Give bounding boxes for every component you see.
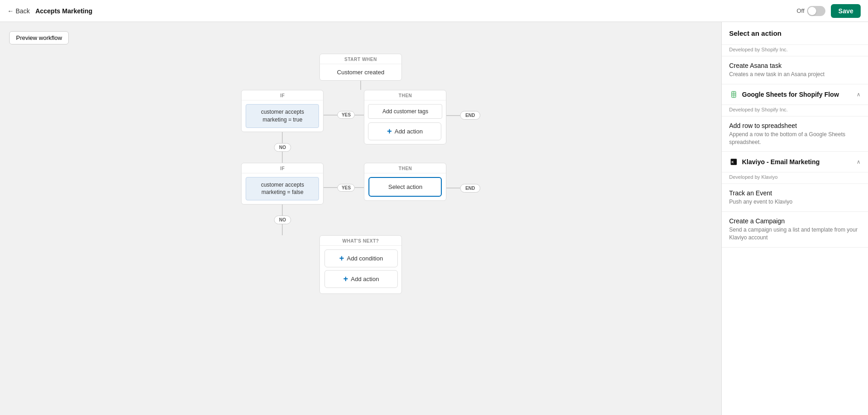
- add-action-button-2[interactable]: + Add action: [324, 270, 398, 288]
- end1-badge: END: [460, 111, 480, 120]
- create-campaign-section: Create a Campaign Send a campaign using …: [722, 212, 868, 248]
- create-asana-title: Create Asana task: [729, 62, 861, 69]
- yes2-connector: YES: [324, 184, 364, 192]
- page-title: Accepts Marketing: [35, 7, 92, 15]
- yes1-connector: YES: [324, 111, 364, 119]
- add-row-title: Add row to spreadsheet: [729, 122, 861, 129]
- h-line-end1a: [446, 115, 460, 116]
- toggle-knob: [808, 7, 816, 15]
- then1-label: THEN: [364, 90, 446, 100]
- panel-title: Select an action: [722, 22, 868, 45]
- google-sheets-group-title: Google Sheets for Shopify Flow: [742, 91, 853, 98]
- topbar-left: ← Back Accepts Marketing: [7, 7, 93, 15]
- add-row-desc: Append a row to the bottom of a Google S…: [729, 131, 861, 146]
- h-line-yes1a: [324, 115, 337, 116]
- if2-node[interactable]: IF customer accepts marketing = false: [241, 163, 324, 205]
- topbar: ← Back Accepts Marketing Off Save: [0, 0, 868, 22]
- add-row-section: Add row to spreadsheet Append a row to t…: [722, 116, 868, 152]
- add-action-button-1[interactable]: + Add action: [368, 122, 441, 140]
- back-arrow-icon: ←: [7, 7, 14, 15]
- workflow-canvas: Preview workflow START WHEN Customer cre…: [0, 22, 721, 415]
- add-action-label-2: Add action: [351, 276, 379, 282]
- create-campaign-item[interactable]: Create a Campaign Send a campaign using …: [722, 212, 868, 247]
- end1-connector: END: [446, 111, 480, 120]
- connector-no2: [282, 205, 283, 216]
- if1-label: IF: [242, 90, 323, 100]
- add-row-item[interactable]: Add row to spreadsheet Append a row to t…: [722, 116, 868, 152]
- workflow-toggle[interactable]: [807, 6, 825, 16]
- google-sheets-chevron: ∧: [857, 91, 861, 98]
- klaviyo-chevron: ∧: [857, 159, 861, 165]
- end2-connector: END: [446, 184, 480, 193]
- then1-section: THEN Add customer tags + Add action: [364, 90, 446, 144]
- h-line-yes2a: [324, 187, 337, 188]
- track-event-title: Track an Event: [729, 189, 861, 197]
- h-line-yes1b: [355, 115, 364, 116]
- if1-condition: customer accepts marketing = true: [246, 104, 319, 128]
- connector-no2-bottom: [282, 224, 283, 235]
- save-button[interactable]: Save: [831, 4, 861, 18]
- toggle-wrap: Off: [797, 6, 825, 16]
- create-asana-desc: Creates a new task in an Asana project: [729, 71, 861, 78]
- start-label: START WHEN: [320, 54, 401, 64]
- google-sheets-name: Google Sheets for Shopify Flow: [742, 91, 853, 98]
- plus-icon-2: +: [343, 274, 348, 284]
- if1-row: IF customer accepts marketing = true NO …: [241, 90, 480, 163]
- create-asana-item[interactable]: Create Asana task Creates a new task in …: [722, 56, 868, 84]
- if1-node[interactable]: IF customer accepts marketing = true: [241, 90, 324, 132]
- start-content: Customer created: [320, 64, 401, 80]
- add-condition-button[interactable]: + Add condition: [324, 249, 398, 267]
- klaviyo-icon: K: [729, 157, 738, 166]
- then2-node: THEN Select action: [364, 163, 446, 201]
- if2-section: IF customer accepts marketing = false NO: [241, 163, 324, 236]
- toggle-label: Off: [797, 7, 804, 14]
- connector-1: [360, 81, 361, 90]
- then1-node: THEN Add customer tags + Add action: [364, 90, 446, 144]
- whats-next-node: WHAT'S NEXT? + Add condition + Add actio…: [319, 235, 402, 294]
- yes1-badge: YES: [337, 111, 355, 119]
- end2-badge: END: [460, 184, 480, 193]
- then2-label: THEN: [364, 163, 446, 173]
- klaviyo-dev-label: Developed by Klaviyo: [722, 172, 868, 184]
- create-campaign-desc: Send a campaign using a list and templat…: [729, 226, 861, 242]
- workflow: START WHEN Customer created IF customer …: [9, 54, 712, 294]
- if2-row: IF customer accepts marketing = false NO…: [241, 163, 480, 236]
- yes2-badge: YES: [337, 184, 355, 192]
- back-button[interactable]: ← Back: [7, 7, 30, 15]
- svg-text:K: K: [731, 160, 734, 164]
- topbar-right: Off Save: [797, 4, 861, 18]
- preview-workflow-button[interactable]: Preview workflow: [9, 31, 69, 44]
- add-customer-tags-action[interactable]: Add customer tags: [368, 104, 442, 119]
- no2-badge: NO: [274, 216, 291, 224]
- if1-section: IF customer accepts marketing = true NO: [241, 90, 324, 163]
- track-event-desc: Push any event to Klaviyo: [729, 198, 861, 206]
- whats-next-label: WHAT'S NEXT?: [320, 236, 401, 246]
- create-campaign-title: Create a Campaign: [729, 217, 861, 225]
- whats-next-content: + Add condition + Add action: [320, 246, 401, 292]
- klaviyo-group-header[interactable]: K Klaviyo - Email Marketing ∧: [722, 152, 868, 172]
- h-line-yes2b: [355, 187, 364, 188]
- track-event-section: Track an Event Push any event to Klaviyo: [722, 184, 868, 212]
- shopify-developer-label: Developed by Shopify Inc.: [722, 45, 868, 56]
- if2-label: IF: [242, 163, 323, 173]
- select-action-button[interactable]: Select action: [368, 177, 442, 197]
- connector-no1: [282, 132, 283, 143]
- then2-section: THEN Select action: [364, 163, 446, 201]
- main-layout: Preview workflow START WHEN Customer cre…: [0, 22, 868, 415]
- plus-icon-1: +: [387, 127, 392, 136]
- no1-badge: NO: [274, 143, 291, 152]
- back-label: Back: [16, 7, 30, 15]
- google-dev-label: Developed by Shopify Inc.: [722, 105, 868, 116]
- add-action-label-1: Add action: [395, 128, 423, 135]
- create-asana-section: Create Asana task Creates a new task in …: [722, 56, 868, 84]
- if2-condition: customer accepts marketing = false: [246, 177, 319, 201]
- add-condition-label: Add condition: [347, 255, 383, 262]
- google-sheets-group-header[interactable]: Google Sheets for Shopify Flow ∧: [722, 84, 868, 105]
- klaviyo-group-title: Klaviyo - Email Marketing: [742, 158, 853, 166]
- connector-no1-bottom: [282, 152, 283, 163]
- track-event-item[interactable]: Track an Event Push any event to Klaviyo: [722, 184, 868, 211]
- start-node[interactable]: START WHEN Customer created: [319, 54, 402, 81]
- klaviyo-name: Klaviyo - Email Marketing: [742, 158, 853, 166]
- google-sheets-icon: [729, 90, 738, 99]
- right-panel: Select an action Developed by Shopify In…: [721, 22, 868, 415]
